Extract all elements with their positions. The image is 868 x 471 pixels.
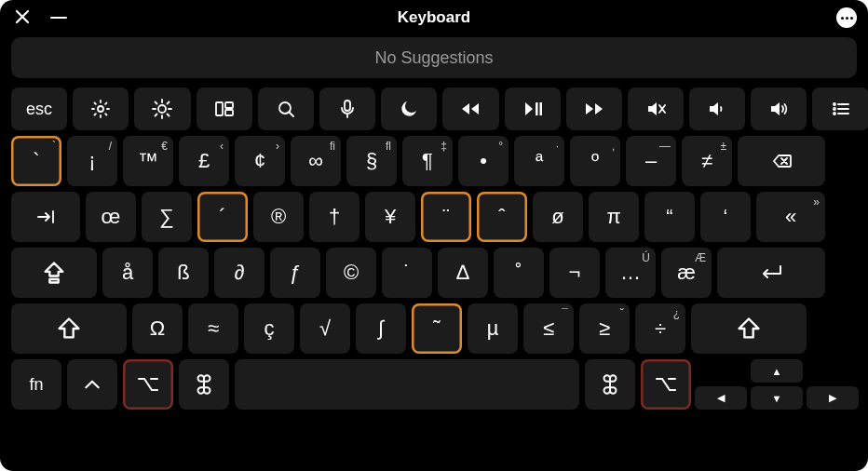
- key-key-d[interactable]: ∂: [214, 248, 264, 298]
- key-key-i[interactable]: ˆ: [477, 192, 527, 242]
- key-volume-up[interactable]: [751, 87, 807, 130]
- key-return[interactable]: [717, 248, 825, 298]
- key-list[interactable]: [812, 87, 868, 130]
- key-key-comma[interactable]: ≤¯: [523, 303, 574, 354]
- key-key-4[interactable]: ¢›: [235, 136, 285, 186]
- key-key-period[interactable]: ≥˘: [579, 303, 630, 354]
- key-sublabel: fi: [330, 140, 335, 153]
- key-key-v[interactable]: √: [300, 303, 350, 354]
- key-key-semicolon[interactable]: …Ú: [605, 248, 656, 298]
- arrow-down-key[interactable]: ▼: [751, 386, 803, 410]
- key-do-not-disturb[interactable]: [381, 87, 437, 130]
- key-key-e[interactable]: ´: [197, 192, 248, 242]
- key-key-quote[interactable]: æÆ: [661, 248, 712, 298]
- key-key-u[interactable]: ¨: [421, 192, 471, 242]
- key-key-m[interactable]: µ: [468, 303, 518, 354]
- key-play-pause[interactable]: [505, 87, 561, 130]
- key-caps-lock[interactable]: [11, 248, 97, 298]
- key-key-backslash[interactable]: «»: [756, 192, 825, 242]
- key-sublabel: Ú: [642, 251, 650, 264]
- key-tab[interactable]: [11, 192, 80, 242]
- key-sublabel: ¿: [673, 307, 680, 320]
- key-control[interactable]: [67, 359, 117, 410]
- key-label: ©: [344, 261, 359, 285]
- key-key-k[interactable]: ˚: [494, 248, 544, 298]
- key-key-o[interactable]: ø: [533, 192, 583, 242]
- key-label: ‘: [724, 205, 728, 229]
- key-command-right[interactable]: [585, 359, 635, 410]
- key-key-rbracket[interactable]: ‘: [700, 192, 751, 242]
- key-key-x[interactable]: ≈: [188, 303, 238, 354]
- chevron-right-icon: ▶: [829, 392, 836, 404]
- key-brightness-down[interactable]: [73, 87, 129, 130]
- key-key-g[interactable]: ©: [326, 248, 376, 298]
- key-brightness-up[interactable]: [134, 87, 190, 130]
- key-key-z[interactable]: Ω: [132, 303, 183, 354]
- key-mute[interactable]: [628, 87, 684, 130]
- key-key-s[interactable]: ß: [158, 248, 209, 298]
- key-grave[interactable]: ``: [11, 136, 61, 186]
- moon-icon: [398, 98, 420, 120]
- key-mission-control[interactable]: [197, 87, 252, 130]
- key-key-p[interactable]: π: [589, 192, 639, 242]
- key-rewind[interactable]: [442, 87, 498, 130]
- shift-row: Ω≈ç√∫˜µ≤¯≥˘÷¿: [11, 303, 857, 354]
- key-key-b[interactable]: ∫: [356, 303, 406, 354]
- close-icon[interactable]: [15, 9, 30, 24]
- key-dictation[interactable]: [319, 87, 375, 130]
- key-key-1[interactable]: ¡/: [67, 136, 117, 186]
- key-label: Ω: [150, 316, 165, 341]
- key-key-8[interactable]: •°: [458, 136, 509, 186]
- key-key-6[interactable]: §fl: [346, 136, 397, 186]
- key-sublabel: fl: [386, 140, 391, 153]
- key-delete[interactable]: [738, 136, 825, 186]
- more-icon[interactable]: [836, 7, 857, 28]
- arrow-right-key[interactable]: ▶: [807, 386, 859, 410]
- key-key-7[interactable]: ¶‡: [402, 136, 453, 186]
- key-key-y[interactable]: ¥: [365, 192, 415, 242]
- key-key-r[interactable]: ®: [253, 192, 304, 242]
- key-shift-left[interactable]: [11, 303, 127, 354]
- key-fn[interactable]: fn: [11, 359, 61, 410]
- key-volume-down[interactable]: [689, 87, 745, 130]
- key-shift-right[interactable]: [691, 303, 807, 354]
- key-key-9[interactable]: ª·: [514, 136, 564, 186]
- key-key-l[interactable]: ¬: [549, 248, 600, 298]
- key-space[interactable]: [235, 359, 579, 410]
- key-sublabel: ‹: [220, 140, 224, 153]
- key-key-t[interactable]: †: [309, 192, 359, 242]
- key-fast-forward[interactable]: [566, 87, 622, 130]
- key-key-q[interactable]: œ: [86, 192, 136, 242]
- svg-rect-3: [225, 102, 233, 108]
- arrow-up-key[interactable]: ▲: [751, 359, 803, 383]
- key-key-j[interactable]: ∆: [438, 248, 488, 298]
- key-key-h[interactable]: ˙: [382, 248, 432, 298]
- key-key-equal[interactable]: ≠±: [682, 136, 732, 186]
- key-escape[interactable]: esc: [11, 87, 67, 130]
- key-key-lbracket[interactable]: “: [644, 192, 695, 242]
- key-key-3[interactable]: £‹: [179, 136, 229, 186]
- qwerty-row: œ∑´®†¥¨ˆøπ“‘«»: [11, 192, 857, 242]
- key-option-right[interactable]: [641, 359, 691, 410]
- key-key-2[interactable]: ™€: [123, 136, 173, 186]
- minimize-icon[interactable]: [50, 17, 67, 19]
- key-key-0[interactable]: º‚: [570, 136, 620, 186]
- key-key-n[interactable]: ˜: [412, 303, 462, 354]
- key-command-left[interactable]: [179, 359, 229, 410]
- key-key-w[interactable]: ∑: [142, 192, 192, 242]
- key-key-5[interactable]: ∞fi: [291, 136, 341, 186]
- brightness-down-icon: [89, 98, 112, 120]
- key-label: ®: [271, 205, 286, 229]
- key-label: ˆ: [498, 205, 505, 229]
- key-key-slash[interactable]: ÷¿: [635, 303, 685, 354]
- key-spotlight[interactable]: [258, 87, 314, 130]
- key-label: ˙: [403, 261, 410, 285]
- key-option-left[interactable]: [123, 359, 173, 410]
- arrow-left-key[interactable]: ◀: [695, 386, 747, 410]
- key-key-minus[interactable]: –—: [626, 136, 676, 186]
- key-label: `: [33, 149, 39, 173]
- key-key-c[interactable]: ç: [244, 303, 294, 354]
- key-sublabel: ‡: [441, 140, 447, 153]
- key-key-a[interactable]: å: [102, 248, 153, 298]
- key-key-f[interactable]: ƒ: [270, 248, 320, 298]
